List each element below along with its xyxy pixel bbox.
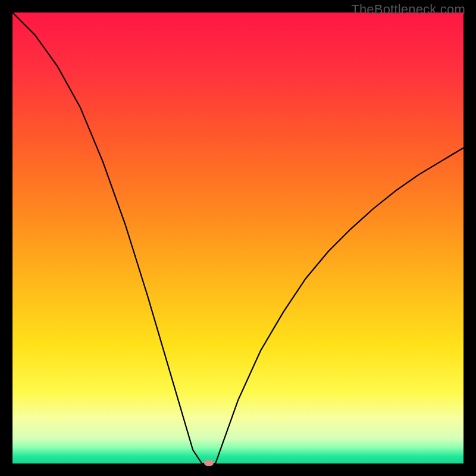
chart-frame: TheBottleneck.com [0, 0, 476, 476]
optimal-point-marker [204, 460, 214, 466]
gradient-background [12, 12, 464, 464]
chart-svg [12, 12, 464, 464]
plot-area [12, 12, 464, 464]
watermark-text: TheBottleneck.com [351, 2, 465, 17]
